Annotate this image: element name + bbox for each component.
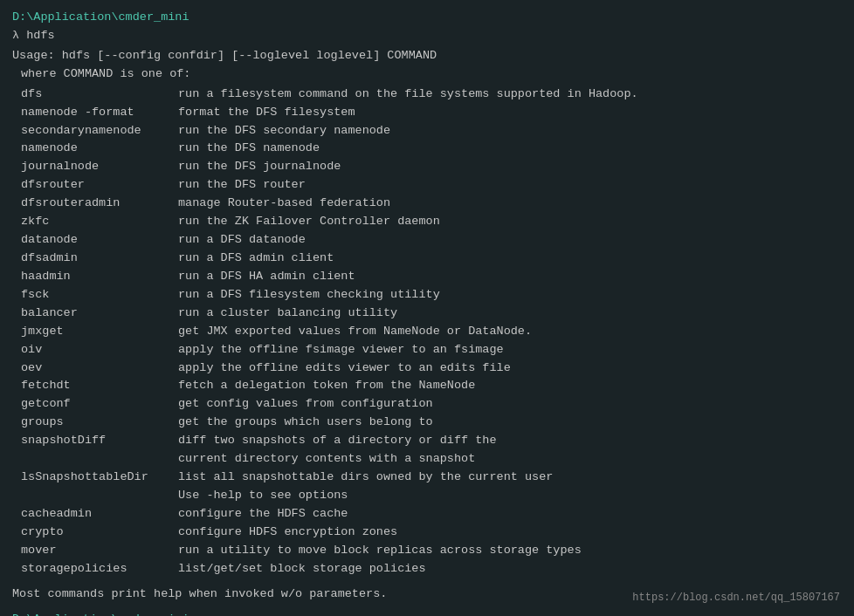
command-name: cacheadmin [12,505,178,524]
command-desc: run a DFS filesystem checking utility [178,286,842,305]
command-desc: apply the offline edits viewer to an edi… [178,359,842,378]
command-desc: run a utility to move block replicas acr… [178,542,842,560]
table-row: getconfget config values from configurat… [12,395,842,414]
command-name: namenode -format [12,104,178,122]
command-desc: fetch a delegation token from the NameNo… [178,377,842,395]
table-row: dfsrouteradminmanage Router-based federa… [12,195,842,213]
table-row: current directory contents with a snapsh… [12,450,842,469]
command-name: jmxget [12,323,178,341]
command-desc: run the DFS secondary namenode [178,122,842,140]
table-row: namenode -formatformat the DFS filesyste… [12,104,842,122]
table-row: storagepolicieslist/get/set block storag… [12,560,842,578]
usage-line: Usage: hdfs [--config confdir] [--loglev… [12,47,842,65]
prompt-block-2: D:\Application\cmder_mini λ [12,611,842,617]
table-row: dfsrouterrun the DFS router [12,176,842,195]
command-name: dfsrouter [12,176,178,195]
command-name: datanode [12,231,178,250]
command-desc: run the ZK Failover Controller daemon [178,213,842,231]
input-command: hdfs [26,29,54,42]
command-desc: run a DFS admin client [178,250,842,268]
command-desc: list/get/set block storage policies [178,560,842,578]
watermark: https://blog.csdn.net/qq_15807167 [632,592,840,604]
table-row: haadminrun a DFS HA admin client [12,268,842,286]
command-name: storagepolicies [12,560,178,578]
command-desc: run a DFS datanode [178,231,842,250]
where-line: where COMMAND is one of: [12,65,842,84]
command-name: namenode [12,140,178,158]
command-name: zkfc [12,213,178,231]
table-row: fetchdtfetch a delegation token from the… [12,377,842,395]
command-name: haadmin [12,268,178,286]
command-desc: apply the offline fsimage viewer to an f… [178,341,842,359]
command-name [12,487,178,505]
command-desc: run a DFS HA admin client [178,268,842,286]
table-row: namenoderun the DFS namenode [12,140,842,158]
table-row: secondarynamenoderun the DFS secondary n… [12,122,842,140]
command-desc: manage Router-based federation [178,195,842,213]
prompt-path-1: D:\Application\cmder_mini [12,10,189,24]
command-name: dfsadmin [12,250,178,268]
command-name [12,450,178,469]
table-row: datanoderun a DFS datanode [12,231,842,250]
table-row: lsSnapshottableDirlist all snapshottable… [12,469,842,487]
prompt-lambda-1: λ [12,29,19,42]
command-desc: run a filesystem command on the file sys… [178,86,842,104]
command-name: getconf [12,395,178,414]
command-name: fsck [12,286,178,305]
table-row: cacheadminconfigure the HDFS cache [12,505,842,524]
commands-table: dfsrun a filesystem command on the file … [12,86,842,578]
command-desc: run the DFS router [178,176,842,195]
command-desc: format the DFS filesystem [178,104,842,122]
command-desc: list all snapshottable dirs owned by the… [178,469,842,487]
command-desc: Use -help to see options [178,487,842,505]
command-desc: configure the HDFS cache [178,505,842,524]
prompt-line-1: λ hdfs [12,27,842,45]
prompt-path-line: D:\Application\cmder_mini [12,9,842,27]
command-name: secondarynamenode [12,122,178,140]
table-row: balancerrun a cluster balancing utility [12,305,842,323]
command-desc: run a cluster balancing utility [178,305,842,323]
table-row: moverrun a utility to move block replica… [12,542,842,560]
command-desc: current directory contents with a snapsh… [178,450,842,469]
command-desc: get JMX exported values from NameNode or… [178,323,842,341]
command-name: oev [12,359,178,378]
command-name: snapshotDiff [12,432,178,450]
table-row: groupsget the groups which users belong … [12,414,842,432]
terminal-window: D:\Application\cmder_mini λ hdfs Usage: … [0,0,854,616]
command-desc: get config values from configuration [178,395,842,414]
table-row: dfsrun a filesystem command on the file … [12,86,842,104]
command-name: fetchdt [12,377,178,395]
command-desc: get the groups which users belong to [178,414,842,432]
command-name: crypto [12,524,178,542]
table-row: snapshotDiffdiff two snapshots of a dire… [12,432,842,450]
command-name: dfs [12,86,178,104]
prompt-path-text-2: D:\Application\cmder_mini [12,613,189,617]
table-row: cryptoconfigure HDFS encryption zones [12,524,842,542]
table-row: Use -help to see options [12,487,842,505]
table-row: fsckrun a DFS filesystem checking utilit… [12,286,842,305]
table-row: zkfcrun the ZK Failover Controller daemo… [12,213,842,231]
command-desc: diff two snapshots of a directory or dif… [178,432,842,450]
command-desc: run the DFS journalnode [178,158,842,176]
table-row: oivapply the offline fsimage viewer to a… [12,341,842,359]
command-name: balancer [12,305,178,323]
command-name: journalnode [12,158,178,176]
table-row: dfsadminrun a DFS admin client [12,250,842,268]
table-row: oevapply the offline edits viewer to an … [12,359,842,378]
command-name: lsSnapshottableDir [12,469,178,487]
command-name: groups [12,414,178,432]
command-desc: run the DFS namenode [178,140,842,158]
command-name: dfsrouteradmin [12,195,178,213]
command-desc: configure HDFS encryption zones [178,524,842,542]
table-row: jmxgetget JMX exported values from NameN… [12,323,842,341]
table-row: journalnoderun the DFS journalnode [12,158,842,176]
command-name: mover [12,542,178,560]
command-name: oiv [12,341,178,359]
prompt-path-2: D:\Application\cmder_mini [12,611,842,617]
